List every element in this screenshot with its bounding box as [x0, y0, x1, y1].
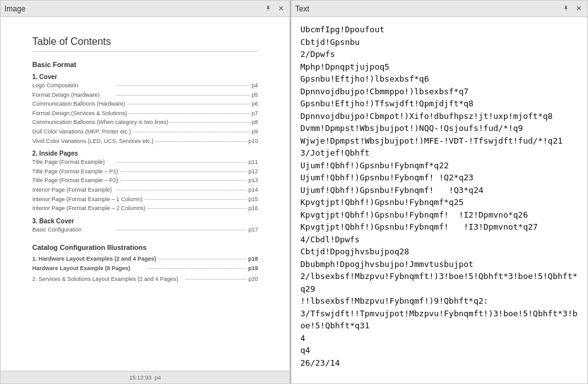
toc-catalog-heading: Catalog Configuration Illustrations — [32, 244, 258, 251]
toc-item: Title Page (Format Example – P1) p12 — [32, 168, 258, 176]
toc-back-cover-group: Basic Configuration p17 — [32, 226, 258, 234]
image-panel-close-button[interactable]: ✕ — [276, 4, 286, 13]
text-panel-title: Text — [295, 4, 309, 13]
image-panel-title: Image — [4, 4, 25, 13]
text-panel-close-button[interactable]: ✕ — [574, 4, 584, 13]
image-panel-pin-button[interactable]: 🖈 — [263, 4, 274, 13]
toc-item: Title Page (Format Example) p11 — [32, 158, 258, 166]
toc-item: Format Design (Services & Solutions) p7 — [32, 109, 258, 118]
panels-container: Image 🖈 ✕ Table of Contents Basic Format… — [0, 0, 588, 384]
toc-title: Table of Contents — [32, 36, 258, 52]
text-panel-content[interactable]: UbcmfIpg!Dpoufout Cbtjd!Gpsnbu 2/Dpwfs M… — [291, 17, 587, 383]
text-panel: Text 🖈 ✕ UbcmfIpg!Dpoufout Cbtjd!Gpsnbu … — [291, 0, 588, 384]
toc-page: Table of Contents Basic Format 1. Cover … — [20, 30, 271, 359]
image-panel-footer-text: 15:12:93 — [129, 375, 151, 381]
toc-item: Interior Page (Format Example – 1 Column… — [32, 195, 258, 204]
toc-item: Communication Balloons (When category is… — [32, 118, 258, 127]
image-panel-controls: 🖈 ✕ — [263, 4, 286, 13]
image-panel-header: Image 🖈 ✕ — [1, 1, 290, 17]
toc-item: 2. Services & Solutions Layout Examples … — [32, 275, 258, 283]
text-panel-header: Text 🖈 ✕ — [291, 1, 587, 17]
image-panel-footer: 15:12:93 p4 — [1, 371, 290, 383]
toc-item: Interior Page (Format Example) p14 — [32, 186, 258, 194]
text-panel-controls: 🖈 ✕ — [561, 4, 584, 13]
toc-item: 1. Hardware Layout Examples (2 and 4 Pag… — [32, 255, 258, 263]
text-panel-pin-button[interactable]: 🖈 — [561, 4, 572, 13]
image-panel-content[interactable]: Table of Contents Basic Format 1. Cover … — [1, 17, 290, 371]
toc-cover-group: Logo Composition p4 Format Design (Hardw… — [32, 82, 258, 145]
toc-item: Hardware Layout Example (8 Pages) p19 — [32, 264, 258, 273]
toc-item: Vivid Color Variations (LED, UCS, Servic… — [32, 137, 258, 146]
toc-catalog-group: 1. Hardware Layout Examples (2 and 4 Pag… — [32, 255, 258, 283]
toc-cover-number: 1. Cover — [32, 73, 258, 80]
image-panel-footer-page: p4 — [155, 375, 161, 381]
toc-item: Logo Composition p4 — [32, 82, 258, 90]
toc-item: Basic Configuration p17 — [32, 226, 258, 234]
toc-item: Dull Color Variations (MFP, Printer etc.… — [32, 128, 258, 136]
toc-item: Communication Balloons (Hardware) p6 — [32, 100, 258, 108]
toc-item: Title Page (Format Example – P2) p13 — [32, 177, 258, 185]
toc-item: Format Design (Hardware) p5 — [32, 91, 258, 99]
toc-inside-pages-number: 2. Inside Pages — [32, 150, 258, 157]
toc-inside-pages-group: Title Page (Format Example) p11 Title Pa… — [32, 158, 258, 213]
toc-basic-format-heading: Basic Format — [32, 61, 258, 68]
toc-back-cover-number: 3. Back Cover — [32, 218, 258, 225]
toc-item: Interior Page (Format Example – 2 Column… — [32, 204, 258, 213]
image-panel: Image 🖈 ✕ Table of Contents Basic Format… — [0, 0, 291, 384]
